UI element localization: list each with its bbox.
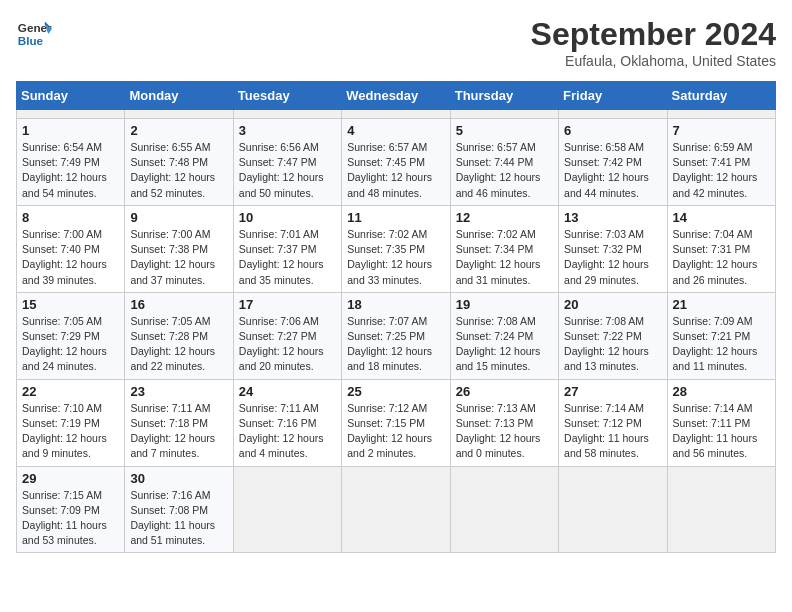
calendar-cell — [17, 110, 125, 119]
calendar-cell — [342, 110, 450, 119]
day-number: 3 — [239, 123, 336, 138]
day-detail: Sunrise: 7:15 AMSunset: 7:09 PMDaylight:… — [22, 488, 119, 549]
day-detail: Sunrise: 7:03 AMSunset: 7:32 PMDaylight:… — [564, 227, 661, 288]
day-number: 9 — [130, 210, 227, 225]
page-title: September 2024 — [531, 16, 776, 53]
column-header-thursday: Thursday — [450, 82, 558, 110]
calendar-cell: 21Sunrise: 7:09 AMSunset: 7:21 PMDayligh… — [667, 292, 775, 379]
day-number: 15 — [22, 297, 119, 312]
day-number: 30 — [130, 471, 227, 486]
day-detail: Sunrise: 7:16 AMSunset: 7:08 PMDaylight:… — [130, 488, 227, 549]
day-detail: Sunrise: 6:57 AMSunset: 7:45 PMDaylight:… — [347, 140, 444, 201]
day-number: 20 — [564, 297, 661, 312]
calendar-cell: 6Sunrise: 6:58 AMSunset: 7:42 PMDaylight… — [559, 119, 667, 206]
day-number: 27 — [564, 384, 661, 399]
day-number: 12 — [456, 210, 553, 225]
week-row-4: 22Sunrise: 7:10 AMSunset: 7:19 PMDayligh… — [17, 379, 776, 466]
calendar-cell: 19Sunrise: 7:08 AMSunset: 7:24 PMDayligh… — [450, 292, 558, 379]
day-number: 6 — [564, 123, 661, 138]
calendar-cell — [667, 110, 775, 119]
calendar-cell — [450, 110, 558, 119]
calendar-cell: 26Sunrise: 7:13 AMSunset: 7:13 PMDayligh… — [450, 379, 558, 466]
calendar-cell: 23Sunrise: 7:11 AMSunset: 7:18 PMDayligh… — [125, 379, 233, 466]
calendar-cell: 15Sunrise: 7:05 AMSunset: 7:29 PMDayligh… — [17, 292, 125, 379]
page-subtitle: Eufaula, Oklahoma, United States — [531, 53, 776, 69]
week-row-2: 8Sunrise: 7:00 AMSunset: 7:40 PMDaylight… — [17, 205, 776, 292]
day-number: 26 — [456, 384, 553, 399]
day-number: 5 — [456, 123, 553, 138]
calendar-cell: 2Sunrise: 6:55 AMSunset: 7:48 PMDaylight… — [125, 119, 233, 206]
calendar-cell: 20Sunrise: 7:08 AMSunset: 7:22 PMDayligh… — [559, 292, 667, 379]
day-number: 25 — [347, 384, 444, 399]
calendar-cell — [233, 110, 341, 119]
calendar-cell: 4Sunrise: 6:57 AMSunset: 7:45 PMDaylight… — [342, 119, 450, 206]
calendar-cell: 3Sunrise: 6:56 AMSunset: 7:47 PMDaylight… — [233, 119, 341, 206]
column-header-wednesday: Wednesday — [342, 82, 450, 110]
day-number: 21 — [673, 297, 770, 312]
day-detail: Sunrise: 7:13 AMSunset: 7:13 PMDaylight:… — [456, 401, 553, 462]
title-area: September 2024 Eufaula, Oklahoma, United… — [531, 16, 776, 69]
day-detail: Sunrise: 7:09 AMSunset: 7:21 PMDaylight:… — [673, 314, 770, 375]
day-detail: Sunrise: 7:04 AMSunset: 7:31 PMDaylight:… — [673, 227, 770, 288]
column-header-sunday: Sunday — [17, 82, 125, 110]
day-detail: Sunrise: 7:14 AMSunset: 7:12 PMDaylight:… — [564, 401, 661, 462]
calendar-header-row: SundayMondayTuesdayWednesdayThursdayFrid… — [17, 82, 776, 110]
week-row-0 — [17, 110, 776, 119]
calendar-cell — [450, 466, 558, 553]
calendar-cell: 5Sunrise: 6:57 AMSunset: 7:44 PMDaylight… — [450, 119, 558, 206]
calendar-cell: 1Sunrise: 6:54 AMSunset: 7:49 PMDaylight… — [17, 119, 125, 206]
column-header-tuesday: Tuesday — [233, 82, 341, 110]
day-detail: Sunrise: 7:01 AMSunset: 7:37 PMDaylight:… — [239, 227, 336, 288]
calendar-cell: 8Sunrise: 7:00 AMSunset: 7:40 PMDaylight… — [17, 205, 125, 292]
day-detail: Sunrise: 7:11 AMSunset: 7:18 PMDaylight:… — [130, 401, 227, 462]
day-detail: Sunrise: 7:08 AMSunset: 7:22 PMDaylight:… — [564, 314, 661, 375]
day-number: 11 — [347, 210, 444, 225]
calendar-cell — [559, 466, 667, 553]
day-number: 16 — [130, 297, 227, 312]
calendar-cell: 22Sunrise: 7:10 AMSunset: 7:19 PMDayligh… — [17, 379, 125, 466]
week-row-3: 15Sunrise: 7:05 AMSunset: 7:29 PMDayligh… — [17, 292, 776, 379]
calendar-cell — [125, 110, 233, 119]
week-row-1: 1Sunrise: 6:54 AMSunset: 7:49 PMDaylight… — [17, 119, 776, 206]
header: General Blue September 2024 Eufaula, Okl… — [16, 16, 776, 69]
svg-text:Blue: Blue — [18, 34, 44, 47]
logo: General Blue — [16, 16, 52, 52]
day-number: 4 — [347, 123, 444, 138]
day-number: 17 — [239, 297, 336, 312]
calendar-body: 1Sunrise: 6:54 AMSunset: 7:49 PMDaylight… — [17, 110, 776, 553]
calendar-table: SundayMondayTuesdayWednesdayThursdayFrid… — [16, 81, 776, 553]
calendar-cell: 30Sunrise: 7:16 AMSunset: 7:08 PMDayligh… — [125, 466, 233, 553]
day-detail: Sunrise: 7:08 AMSunset: 7:24 PMDaylight:… — [456, 314, 553, 375]
calendar-cell: 29Sunrise: 7:15 AMSunset: 7:09 PMDayligh… — [17, 466, 125, 553]
day-number: 22 — [22, 384, 119, 399]
week-row-5: 29Sunrise: 7:15 AMSunset: 7:09 PMDayligh… — [17, 466, 776, 553]
day-detail: Sunrise: 7:06 AMSunset: 7:27 PMDaylight:… — [239, 314, 336, 375]
day-number: 7 — [673, 123, 770, 138]
day-detail: Sunrise: 7:05 AMSunset: 7:28 PMDaylight:… — [130, 314, 227, 375]
calendar-cell: 13Sunrise: 7:03 AMSunset: 7:32 PMDayligh… — [559, 205, 667, 292]
calendar-cell: 14Sunrise: 7:04 AMSunset: 7:31 PMDayligh… — [667, 205, 775, 292]
calendar-cell: 25Sunrise: 7:12 AMSunset: 7:15 PMDayligh… — [342, 379, 450, 466]
day-detail: Sunrise: 7:02 AMSunset: 7:34 PMDaylight:… — [456, 227, 553, 288]
day-number: 13 — [564, 210, 661, 225]
calendar-cell — [667, 466, 775, 553]
day-number: 29 — [22, 471, 119, 486]
calendar-cell: 18Sunrise: 7:07 AMSunset: 7:25 PMDayligh… — [342, 292, 450, 379]
calendar-cell: 11Sunrise: 7:02 AMSunset: 7:35 PMDayligh… — [342, 205, 450, 292]
day-detail: Sunrise: 6:54 AMSunset: 7:49 PMDaylight:… — [22, 140, 119, 201]
day-detail: Sunrise: 7:02 AMSunset: 7:35 PMDaylight:… — [347, 227, 444, 288]
calendar-cell: 9Sunrise: 7:00 AMSunset: 7:38 PMDaylight… — [125, 205, 233, 292]
calendar-cell: 27Sunrise: 7:14 AMSunset: 7:12 PMDayligh… — [559, 379, 667, 466]
calendar-cell — [233, 466, 341, 553]
calendar-cell: 16Sunrise: 7:05 AMSunset: 7:28 PMDayligh… — [125, 292, 233, 379]
column-header-friday: Friday — [559, 82, 667, 110]
day-detail: Sunrise: 7:00 AMSunset: 7:40 PMDaylight:… — [22, 227, 119, 288]
column-header-saturday: Saturday — [667, 82, 775, 110]
day-detail: Sunrise: 7:00 AMSunset: 7:38 PMDaylight:… — [130, 227, 227, 288]
day-detail: Sunrise: 6:59 AMSunset: 7:41 PMDaylight:… — [673, 140, 770, 201]
day-number: 24 — [239, 384, 336, 399]
day-number: 23 — [130, 384, 227, 399]
day-number: 18 — [347, 297, 444, 312]
day-number: 1 — [22, 123, 119, 138]
calendar-cell: 17Sunrise: 7:06 AMSunset: 7:27 PMDayligh… — [233, 292, 341, 379]
